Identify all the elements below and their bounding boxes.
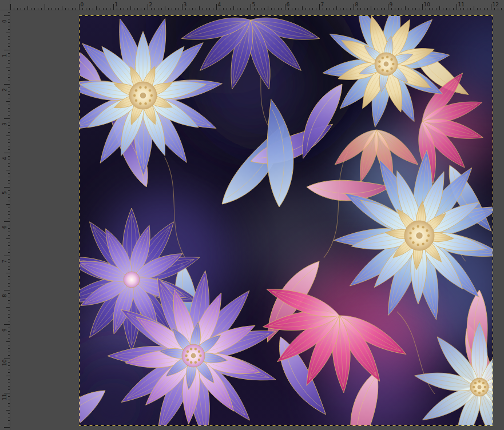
- ruler-label: 5: [252, 2, 256, 7]
- image-editor-window: 0123456789101112 01234567891011: [0, 0, 504, 430]
- ruler-label: 1: [115, 2, 118, 7]
- horizontal-ruler[interactable]: 0123456789101112: [10, 0, 504, 10]
- ruler-label: 7: [2, 260, 7, 263]
- ruler-label: 6: [2, 225, 7, 229]
- ruler-label: 10: [424, 2, 431, 7]
- ruler-label: 9: [390, 2, 393, 7]
- ruler-label: 12: [493, 2, 499, 7]
- ruler-label: 8: [2, 294, 7, 297]
- ruler-label: 2: [2, 88, 7, 91]
- ruler-label: 7: [321, 2, 324, 7]
- ruler-label: 1: [2, 54, 7, 57]
- ruler-label: 10: [2, 359, 7, 366]
- ruler-label: 0: [81, 2, 84, 7]
- ruler-label: 6: [287, 2, 290, 7]
- ruler-label: 11: [2, 394, 7, 400]
- ruler-label: 9: [2, 328, 7, 332]
- ruler-label: 0: [2, 19, 7, 23]
- ruler-corner: [0, 0, 10, 10]
- ruler-label: 11: [458, 2, 465, 7]
- ruler-label: 4: [218, 2, 221, 7]
- ruler-label: 4: [2, 157, 7, 160]
- ruler-label: 8: [355, 2, 359, 7]
- ruler-label: 5: [2, 191, 7, 194]
- ruler-label: 2: [149, 2, 153, 7]
- flower-artwork-canvas[interactable]: [79, 15, 493, 426]
- canvas-viewport[interactable]: [79, 15, 493, 426]
- vertical-ruler[interactable]: 01234567891011: [0, 10, 10, 430]
- ruler-label: 3: [2, 122, 7, 126]
- ruler-label: 3: [184, 2, 187, 7]
